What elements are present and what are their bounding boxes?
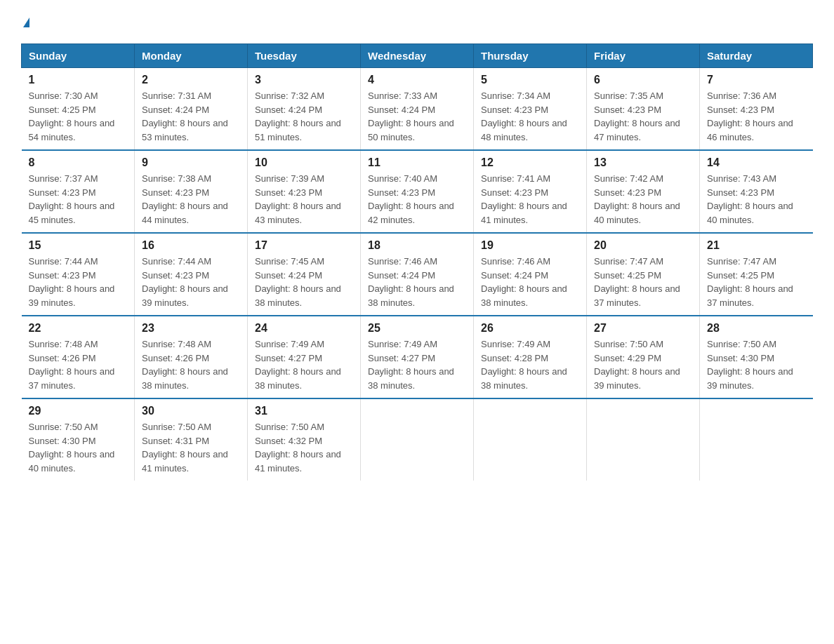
day-number: 28	[707, 322, 806, 335]
calendar-cell: 21 Sunrise: 7:47 AM Sunset: 4:25 PM Dayl…	[700, 233, 813, 316]
daylight-label: Daylight: 8 hours and 53 minutes.	[142, 118, 228, 142]
sunrise-label: Sunrise: 7:47 AM	[707, 256, 776, 267]
header-saturday: Saturday	[700, 44, 813, 68]
sunset-label: Sunset: 4:30 PM	[29, 436, 96, 446]
day-number: 13	[594, 156, 692, 169]
header-wednesday: Wednesday	[361, 44, 474, 68]
sunset-label: Sunset: 4:24 PM	[255, 270, 322, 281]
sunset-label: Sunset: 4:23 PM	[368, 187, 435, 198]
sunrise-label: Sunrise: 7:46 AM	[481, 256, 550, 267]
sunset-label: Sunset: 4:24 PM	[142, 105, 209, 115]
sunset-label: Sunset: 4:23 PM	[707, 187, 774, 198]
day-info: Sunrise: 7:49 AM Sunset: 4:28 PM Dayligh…	[481, 337, 579, 392]
daylight-label: Daylight: 8 hours and 38 minutes.	[368, 366, 454, 391]
header-row: SundayMondayTuesdayWednesdayThursdayFrid…	[22, 44, 813, 68]
sunrise-label: Sunrise: 7:30 AM	[29, 90, 98, 101]
sunset-label: Sunset: 4:23 PM	[707, 105, 774, 115]
sunset-label: Sunset: 4:23 PM	[29, 187, 96, 198]
sunrise-label: Sunrise: 7:42 AM	[594, 173, 663, 184]
calendar-cell: 17 Sunrise: 7:45 AM Sunset: 4:24 PM Dayl…	[248, 233, 361, 316]
day-info: Sunrise: 7:47 AM Sunset: 4:25 PM Dayligh…	[594, 255, 692, 309]
sunrise-label: Sunrise: 7:49 AM	[481, 339, 550, 349]
sunset-label: Sunset: 4:25 PM	[594, 270, 661, 281]
day-number: 27	[594, 322, 692, 335]
calendar-body: 1 Sunrise: 7:30 AM Sunset: 4:25 PM Dayli…	[22, 68, 813, 481]
calendar-cell: 2 Sunrise: 7:31 AM Sunset: 4:24 PM Dayli…	[135, 68, 248, 151]
daylight-label: Daylight: 8 hours and 41 minutes.	[142, 449, 228, 474]
sunrise-label: Sunrise: 7:48 AM	[142, 339, 211, 349]
day-number: 30	[142, 405, 240, 417]
daylight-label: Daylight: 8 hours and 38 minutes.	[255, 366, 341, 391]
sunrise-label: Sunrise: 7:44 AM	[142, 256, 211, 267]
sunset-label: Sunset: 4:30 PM	[707, 353, 774, 363]
day-number: 24	[255, 322, 353, 335]
sunrise-label: Sunrise: 7:41 AM	[481, 173, 550, 184]
sunrise-label: Sunrise: 7:44 AM	[29, 256, 98, 267]
sunset-label: Sunset: 4:25 PM	[707, 270, 774, 281]
calendar-cell: 22 Sunrise: 7:48 AM Sunset: 4:26 PM Dayl…	[22, 316, 135, 398]
sunrise-label: Sunrise: 7:49 AM	[368, 339, 437, 349]
sunset-label: Sunset: 4:28 PM	[481, 353, 548, 363]
sunrise-label: Sunrise: 7:45 AM	[255, 256, 324, 267]
sunset-label: Sunset: 4:26 PM	[142, 353, 209, 363]
sunrise-label: Sunrise: 7:38 AM	[142, 173, 211, 184]
daylight-label: Daylight: 8 hours and 38 minutes.	[368, 283, 454, 308]
day-info: Sunrise: 7:30 AM Sunset: 4:25 PM Dayligh…	[29, 89, 128, 144]
day-info: Sunrise: 7:38 AM Sunset: 4:23 PM Dayligh…	[142, 172, 240, 227]
daylight-label: Daylight: 8 hours and 38 minutes.	[142, 366, 228, 391]
sunrise-label: Sunrise: 7:50 AM	[594, 339, 663, 349]
week-row-1: 1 Sunrise: 7:30 AM Sunset: 4:25 PM Dayli…	[22, 68, 813, 151]
daylight-label: Daylight: 8 hours and 44 minutes.	[142, 201, 228, 225]
calendar-cell: 29 Sunrise: 7:50 AM Sunset: 4:30 PM Dayl…	[22, 398, 135, 481]
day-number: 18	[368, 239, 466, 252]
day-number: 2	[142, 74, 240, 86]
day-number: 4	[368, 74, 466, 86]
daylight-label: Daylight: 8 hours and 38 minutes.	[481, 366, 567, 391]
sunset-label: Sunset: 4:27 PM	[368, 353, 435, 363]
daylight-label: Daylight: 8 hours and 46 minutes.	[707, 118, 793, 142]
calendar-table: SundayMondayTuesdayWednesdayThursdayFrid…	[21, 43, 813, 481]
logo-line1	[21, 14, 29, 36]
calendar-header: SundayMondayTuesdayWednesdayThursdayFrid…	[22, 44, 813, 68]
daylight-label: Daylight: 8 hours and 37 minutes.	[594, 283, 680, 308]
calendar-cell: 25 Sunrise: 7:49 AM Sunset: 4:27 PM Dayl…	[361, 316, 474, 398]
calendar-cell: 14 Sunrise: 7:43 AM Sunset: 4:23 PM Dayl…	[700, 150, 813, 233]
day-number: 20	[594, 239, 692, 252]
sunrise-label: Sunrise: 7:47 AM	[594, 256, 663, 267]
daylight-label: Daylight: 8 hours and 39 minutes.	[142, 283, 228, 308]
sunrise-label: Sunrise: 7:34 AM	[481, 90, 550, 101]
daylight-label: Daylight: 8 hours and 37 minutes.	[29, 366, 115, 391]
day-number: 23	[142, 322, 240, 335]
calendar-cell	[587, 398, 700, 481]
sunset-label: Sunset: 4:23 PM	[255, 187, 322, 198]
calendar-cell: 5 Sunrise: 7:34 AM Sunset: 4:23 PM Dayli…	[474, 68, 587, 151]
header-tuesday: Tuesday	[248, 44, 361, 68]
week-row-3: 15 Sunrise: 7:44 AM Sunset: 4:23 PM Dayl…	[22, 233, 813, 316]
day-info: Sunrise: 7:50 AM Sunset: 4:29 PM Dayligh…	[594, 337, 692, 392]
calendar-cell: 9 Sunrise: 7:38 AM Sunset: 4:23 PM Dayli…	[135, 150, 248, 233]
calendar-cell: 3 Sunrise: 7:32 AM Sunset: 4:24 PM Dayli…	[248, 68, 361, 151]
calendar-cell: 1 Sunrise: 7:30 AM Sunset: 4:25 PM Dayli…	[22, 68, 135, 151]
daylight-label: Daylight: 8 hours and 50 minutes.	[368, 118, 454, 142]
day-number: 12	[481, 156, 579, 169]
calendar-cell: 27 Sunrise: 7:50 AM Sunset: 4:29 PM Dayl…	[587, 316, 700, 398]
day-info: Sunrise: 7:41 AM Sunset: 4:23 PM Dayligh…	[481, 172, 579, 227]
daylight-label: Daylight: 8 hours and 40 minutes.	[594, 201, 680, 225]
calendar-cell: 26 Sunrise: 7:49 AM Sunset: 4:28 PM Dayl…	[474, 316, 587, 398]
daylight-label: Daylight: 8 hours and 54 minutes.	[29, 118, 115, 142]
sunrise-label: Sunrise: 7:39 AM	[255, 173, 324, 184]
day-info: Sunrise: 7:46 AM Sunset: 4:24 PM Dayligh…	[481, 255, 579, 309]
calendar-cell: 19 Sunrise: 7:46 AM Sunset: 4:24 PM Dayl…	[474, 233, 587, 316]
sunrise-label: Sunrise: 7:32 AM	[255, 90, 324, 101]
day-number: 5	[481, 74, 579, 86]
header-monday: Monday	[135, 44, 248, 68]
day-info: Sunrise: 7:31 AM Sunset: 4:24 PM Dayligh…	[142, 89, 240, 144]
sunset-label: Sunset: 4:24 PM	[481, 270, 548, 281]
calendar-cell: 31 Sunrise: 7:50 AM Sunset: 4:32 PM Dayl…	[248, 398, 361, 481]
calendar-cell: 7 Sunrise: 7:36 AM Sunset: 4:23 PM Dayli…	[700, 68, 813, 151]
day-info: Sunrise: 7:48 AM Sunset: 4:26 PM Dayligh…	[142, 337, 240, 392]
day-number: 8	[29, 156, 128, 169]
day-number: 31	[255, 405, 353, 417]
daylight-label: Daylight: 8 hours and 45 minutes.	[29, 201, 115, 225]
day-info: Sunrise: 7:43 AM Sunset: 4:23 PM Dayligh…	[707, 172, 806, 227]
